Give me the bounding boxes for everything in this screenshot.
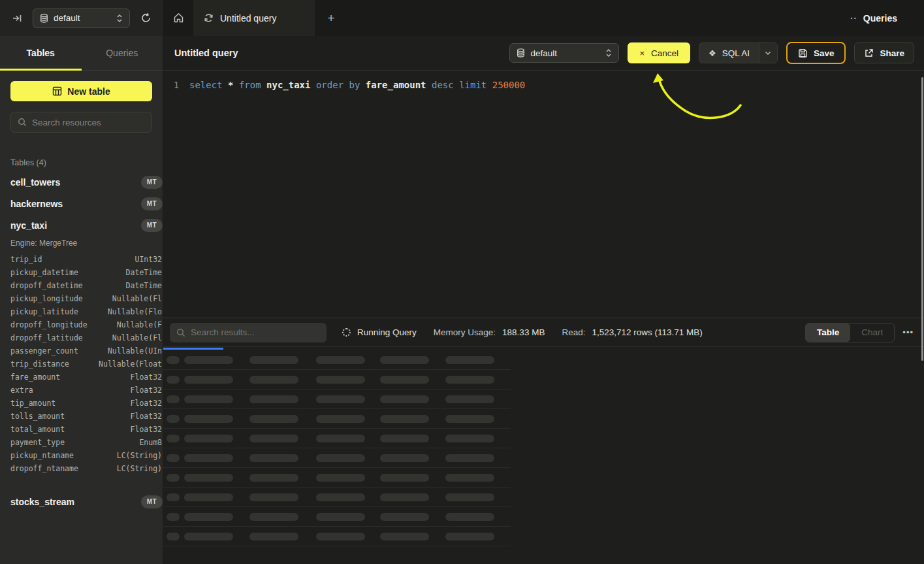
skeleton-cell	[316, 435, 365, 442]
skeleton-cell	[184, 395, 233, 403]
query-progress-bar	[163, 348, 223, 350]
skeleton-row	[163, 507, 924, 527]
cancel-label: Cancel	[651, 48, 678, 58]
sql-token-keyword: by	[349, 80, 360, 90]
sync-icon	[204, 13, 214, 23]
sql-editor[interactable]: 1 select * from nyc_taxi order by fare_a…	[163, 71, 924, 318]
sql-ai-button[interactable]: ❖ SQL AI	[699, 42, 778, 63]
query-database-selector[interactable]: default	[509, 43, 619, 63]
column-row: dropoff_ntaname LC(String)	[0, 462, 163, 475]
memory-usage-value: 188.33 MB	[502, 327, 545, 337]
collapse-sidebar-button[interactable]	[9, 10, 25, 26]
column-name: tip_amount	[10, 399, 56, 408]
skeleton-cell	[316, 356, 365, 364]
skeleton-cell	[167, 533, 180, 540]
table-name: stocks_stream	[10, 497, 74, 507]
chevron-down-icon	[765, 51, 771, 56]
sidebar-body: New table	[0, 71, 163, 143]
tab-untitled-query[interactable]: Untitled query	[193, 0, 315, 36]
column-row: dropoff_latitude Nullable(Fl	[0, 331, 163, 344]
home-button[interactable]	[163, 0, 193, 36]
refresh-icon[interactable]	[138, 10, 154, 26]
column-type: Nullable(UIn	[108, 346, 162, 356]
memory-usage-metric: Memory Usage: 188.33 MB	[434, 327, 545, 337]
skeleton-cell	[445, 376, 494, 384]
skeleton-cell	[249, 493, 298, 501]
skeleton-cell	[167, 376, 180, 384]
view-toggle-table[interactable]: Table	[806, 323, 850, 342]
skeleton-cell	[316, 415, 365, 423]
query-title: Untitled query	[174, 48, 238, 58]
column-type: DateTime	[126, 268, 162, 277]
column-type: Nullable(Fl	[112, 333, 162, 342]
skeleton-cell	[249, 474, 298, 482]
skeleton-cell	[316, 454, 365, 462]
table-item[interactable]: cell_towers MT	[0, 171, 163, 193]
sql-ai-main[interactable]: ❖ SQL AI	[699, 43, 759, 63]
query-status: Running Query	[342, 327, 417, 337]
skeleton-cell	[445, 395, 494, 403]
skeleton-cell	[380, 435, 429, 442]
column-name: pickup_latitude	[10, 307, 78, 316]
skeleton-cell	[184, 435, 233, 442]
skeleton-cell	[167, 435, 180, 442]
new-table-label: New table	[67, 86, 110, 97]
query-header-controls: default × Cancel ❖ SQL AI	[509, 42, 914, 64]
skeleton-cell	[316, 474, 365, 482]
table-item[interactable]: hackernews MT	[0, 193, 163, 214]
save-button[interactable]: Save	[786, 42, 846, 64]
spinner-icon	[342, 328, 351, 337]
column-type: UInt32	[135, 255, 162, 264]
column-name: passenger_count	[10, 346, 78, 356]
column-row: tolls_amount Float32	[0, 410, 163, 423]
column-type: Enum8	[139, 438, 162, 447]
skeleton-cell	[184, 513, 233, 521]
sidebar-tab-tables[interactable]: Tables	[0, 36, 82, 70]
top-bar-left: default	[0, 0, 163, 36]
queries-link[interactable]: ·· Queries	[850, 0, 924, 36]
table-item[interactable]: stocks_stream MT	[0, 491, 163, 512]
table-grid-icon	[52, 86, 62, 96]
top-bar-spacer	[347, 0, 850, 36]
sql-code: select * from nyc_taxi order by fare_amo…	[189, 78, 525, 92]
top-bar: default	[0, 0, 924, 36]
results-skeleton-table	[163, 350, 924, 546]
skeleton-cell	[445, 474, 494, 482]
skeleton-cell	[249, 356, 298, 364]
engine-badge: MT	[141, 176, 163, 189]
skeleton-cell	[445, 454, 494, 462]
column-row: dropoff_longitude Nullable(F	[0, 318, 163, 331]
column-type: Nullable(Float	[99, 359, 162, 369]
column-row: passenger_count Nullable(UIn	[0, 344, 163, 357]
database-selector[interactable]: default	[33, 8, 130, 28]
column-name: payment_type	[10, 438, 65, 447]
search-results-input[interactable]	[191, 327, 320, 337]
search-resources-input[interactable]	[32, 118, 148, 127]
columns-list: trip_id UInt32pickup_datetime DateTimedr…	[0, 253, 163, 475]
sql-ai-dropdown[interactable]	[759, 43, 777, 63]
more-options-button[interactable]: •••	[902, 327, 914, 337]
results-toolbar: Running Query Memory Usage: 188.33 MB Re…	[163, 318, 924, 347]
search-icon	[18, 118, 27, 127]
skeleton-row	[163, 429, 924, 448]
new-table-button[interactable]: New table	[10, 81, 152, 101]
share-label: Share	[880, 48, 904, 58]
new-tab-button[interactable]: +	[315, 0, 347, 36]
scrollbar-thumb[interactable]	[921, 77, 923, 361]
close-icon: ×	[639, 48, 645, 58]
view-toggle-chart[interactable]: Chart	[850, 323, 894, 342]
cancel-button[interactable]: × Cancel	[628, 42, 690, 63]
share-button[interactable]: Share	[854, 42, 914, 63]
skeleton-cell	[249, 513, 298, 521]
skeleton-cell	[249, 395, 298, 403]
code-line: 1 select * from nyc_taxi order by fare_a…	[163, 78, 924, 92]
column-name: trip_id	[10, 255, 42, 264]
column-name: extra	[10, 386, 33, 395]
column-name: tolls_amount	[10, 412, 65, 421]
table-item[interactable]: nyc_taxi MT	[0, 214, 163, 236]
sql-token-keyword: limit	[459, 80, 486, 90]
sql-token-identifier: fare_amount	[366, 80, 426, 90]
sidebar-tab-queries[interactable]: Queries	[82, 36, 163, 70]
skeleton-cell	[380, 533, 429, 540]
column-row: payment_type Enum8	[0, 436, 163, 449]
